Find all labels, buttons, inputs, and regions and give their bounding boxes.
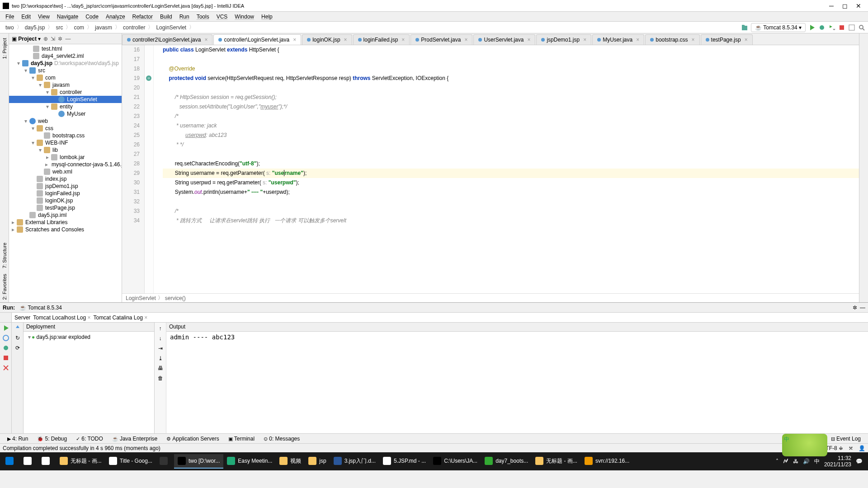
menu-window[interactable]: Window <box>231 13 258 21</box>
tree-pkg[interactable]: ▾com <box>9 74 122 81</box>
breadcrumb-src[interactable]: src <box>53 23 66 32</box>
menu-vcs[interactable]: VCS <box>213 13 231 21</box>
code-editor[interactable]: 16171819202122232425262728293031323334 o… <box>122 45 859 293</box>
tree-file[interactable]: testPage.jsp <box>9 204 122 211</box>
deployment-tree[interactable]: ▾● day5.jsp:war exploded <box>24 332 154 433</box>
taskbar-item[interactable]: jsp <box>305 454 330 469</box>
tree-web[interactable]: ▾web <box>9 117 122 125</box>
locate-icon[interactable]: ⊕ <box>43 36 48 42</box>
console-output[interactable]: admin ---- abc123 <box>166 332 868 433</box>
minimize-button[interactable]: ─ <box>825 2 838 9</box>
terminal-tool-tab[interactable]: ▣ Terminal <box>224 435 259 443</box>
breadcrumb-pkg3[interactable]: controller <box>120 23 148 32</box>
editor-tab[interactable]: bootstrap.css× <box>645 34 699 45</box>
tool-project-tab[interactable]: 1: Project <box>2 35 7 61</box>
menu-refactor[interactable]: Refactor <box>129 13 156 21</box>
rerun-icon[interactable] <box>2 324 9 332</box>
taskbar-item[interactable]: 5.JSP.md - ... <box>379 454 429 469</box>
search-everywhere-icon[interactable] <box>858 24 865 31</box>
breadcrumb-class[interactable]: LoginServlet <box>153 23 189 32</box>
line-number-gutter[interactable]: 16171819202122232425262728293031323334 <box>122 45 145 293</box>
menu-navigate[interactable]: Navigate <box>53 13 82 21</box>
override-marker-icon[interactable]: o <box>146 75 151 81</box>
log-tab[interactable]: Tomcat Localhost Log × <box>33 314 90 321</box>
editor-tab-active[interactable]: controller\LoginServlet.java× <box>213 34 301 45</box>
tree-folder[interactable]: ▾lib <box>9 146 122 154</box>
undeploy-icon[interactable]: ↻ <box>14 334 21 342</box>
tree-file[interactable]: day4_servlet2.iml <box>9 52 122 60</box>
soft-wrap-icon[interactable]: ⇥ <box>158 345 163 352</box>
exit-icon[interactable] <box>2 364 9 371</box>
todo-tool-tab[interactable]: ✓ 6: TODO <box>71 435 108 443</box>
debug-tool-tab[interactable]: 🐞 5: Debug <box>33 435 71 443</box>
project-view-dropdown[interactable]: ▣ Project ▾ <box>12 36 41 42</box>
tree-folder[interactable]: ▾WEB-INF <box>9 139 122 146</box>
deployment-item[interactable]: ▾● day5.jsp:war exploded <box>25 333 152 341</box>
artifact-icon[interactable]: ⟳ <box>14 344 21 352</box>
editor-tab[interactable]: jspDemo1.jsp× <box>536 34 591 45</box>
tree-file[interactable]: bootstrap.css <box>9 132 122 139</box>
tree-file[interactable]: test.html <box>9 45 122 52</box>
taskbar-item[interactable]: day7_boots... <box>481 454 532 469</box>
editor-tab[interactable]: UserServlet.java× <box>473 34 535 45</box>
tree-jar[interactable]: ▸mysql-connector-java-5.1.46.jar <box>9 161 122 168</box>
debug-run-icon[interactable] <box>2 344 9 352</box>
breadcrumb-module[interactable]: day5.jsp <box>22 23 48 32</box>
tool-favorites-tab[interactable]: 2: Favorites <box>2 271 7 302</box>
tree-jar[interactable]: ▸lombok.jar <box>9 154 122 161</box>
ime-float-widget[interactable]: 中 <box>782 434 827 456</box>
update-icon[interactable] <box>848 24 855 31</box>
tray-power-icon[interactable]: 🗲 <box>783 458 788 465</box>
tray-network-icon[interactable]: 🖧 <box>793 458 798 465</box>
taskbar-item[interactable]: 视频 <box>276 454 305 469</box>
breadcrumb-pkg2[interactable]: javasm <box>92 23 115 32</box>
tree-class-selected[interactable]: LoginServlet <box>9 96 122 103</box>
hide-icon[interactable]: — <box>65 36 71 42</box>
run-dropdown-icon[interactable] <box>828 24 835 31</box>
menu-tools[interactable]: Tools <box>193 13 213 21</box>
taskbar-item[interactable]: 无标题 - 画... <box>56 454 105 469</box>
eventlog-tool-tab[interactable]: ⊟ Event Log <box>826 435 865 443</box>
log-tab[interactable]: Tomcat Catalina Log × <box>93 314 147 321</box>
inspection-indicator[interactable]: 👤 <box>859 445 865 451</box>
close-button[interactable]: ✕ <box>852 2 865 9</box>
tree-scratches[interactable]: ▸Scratches and Consoles <box>9 226 122 233</box>
system-tray[interactable]: ˄ 🗲 🖧 🔊 中 11:32 2021/11/23 💬 <box>776 455 866 468</box>
menu-build[interactable]: Build <box>156 13 176 21</box>
tree-ext-libs[interactable]: ▸External Libraries <box>9 219 122 226</box>
tree-file[interactable]: web.xml <box>9 168 122 175</box>
stop-icon[interactable] <box>838 24 845 31</box>
tray-up-icon[interactable]: ˄ <box>776 458 778 465</box>
scroll-up-icon[interactable]: ↑ <box>159 325 162 332</box>
clear-icon[interactable]: 🗑 <box>158 375 163 381</box>
menu-view[interactable]: View <box>34 13 53 21</box>
build-icon[interactable] <box>741 24 748 31</box>
editor-tab[interactable]: controller2\LoginServlet.java× <box>122 34 212 45</box>
tool-structure-tab[interactable]: 7: Structure <box>2 240 7 271</box>
breadcrumb-pkg1[interactable]: com <box>71 23 87 32</box>
run-icon[interactable] <box>808 24 816 31</box>
menu-code[interactable]: Code <box>82 13 102 21</box>
editor-tab[interactable]: loginFailed.jsp× <box>353 34 410 45</box>
tray-volume-icon[interactable]: 🔊 <box>803 458 810 465</box>
taskbar-item[interactable]: svn://192.16... <box>581 454 633 469</box>
menu-analyze[interactable]: Analyze <box>102 13 129 21</box>
tray-ime[interactable]: 中 <box>814 458 820 465</box>
tree-pkg[interactable]: ▾javasm <box>9 81 122 89</box>
run-config-tab[interactable]: ☕ Tomcat 8.5.34 <box>19 305 62 311</box>
maximize-button[interactable]: ◻ <box>838 2 852 9</box>
jee-tool-tab[interactable]: ☕ Java Enterprise <box>108 435 162 443</box>
tree-file[interactable]: loginOK.jsp <box>9 197 122 204</box>
project-tree[interactable]: test.html day4_servlet2.iml ▾day5.jspD:\… <box>9 44 122 302</box>
taskbar-item[interactable]: C:\Users\JA... <box>429 454 481 469</box>
tray-clock[interactable]: 11:32 2021/11/23 <box>824 455 851 468</box>
tree-src[interactable]: ▾src <box>9 67 122 74</box>
run-hide-icon[interactable]: — <box>860 305 865 311</box>
marker-gutter[interactable]: o <box>145 45 154 293</box>
menu-edit[interactable]: Edit <box>18 13 34 21</box>
scroll-end-icon[interactable]: ⤓ <box>158 355 163 361</box>
run-tool-tab[interactable]: ▶ 4: Run <box>3 435 33 443</box>
settings-icon[interactable]: ✲ <box>58 36 62 42</box>
code-content[interactable]: public class LoginServlet extends HttpSe… <box>154 45 859 293</box>
menu-run[interactable]: Run <box>176 13 193 21</box>
